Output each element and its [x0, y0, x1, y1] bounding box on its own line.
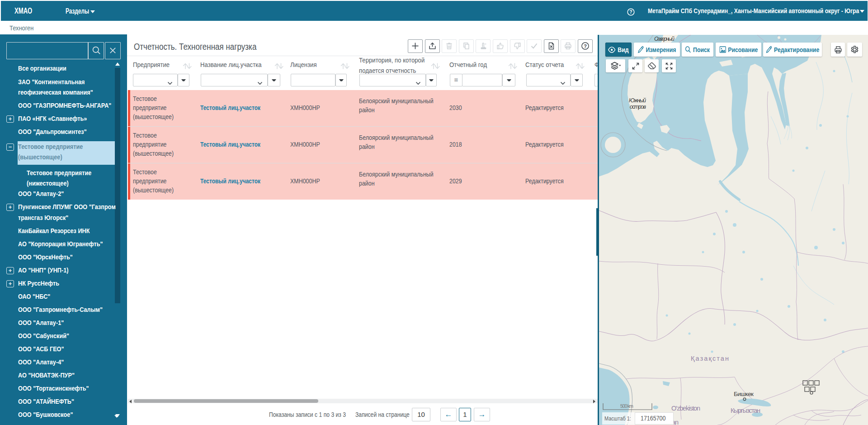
svg-text:Қазақстан: Қазақстан: [691, 355, 729, 362]
svg-text:?: ?: [584, 43, 587, 49]
svg-text:остров: остров: [630, 104, 646, 110]
svg-text:Кыргызстан: Кыргызстан: [731, 407, 760, 414]
svg-text:O’zbekiston: O’zbekiston: [671, 405, 700, 412]
svg-text:Южный: Южный: [629, 97, 646, 104]
svg-text:Северный: Северный: [654, 36, 675, 42]
svg-text:?: ?: [629, 9, 632, 14]
svg-text:Бишкек: Бишкек: [734, 391, 754, 397]
svg-text:500 km: 500 km: [620, 403, 633, 409]
